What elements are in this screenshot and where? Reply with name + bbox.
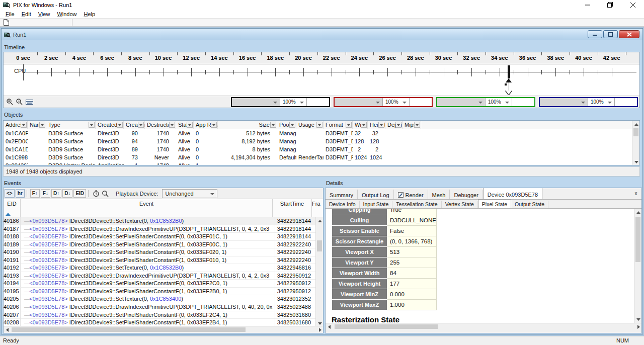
object-link[interactable]: <0x093D5E78> xyxy=(29,312,67,318)
object-link[interactable]: <0x093D5E78> xyxy=(29,288,67,294)
subtab-device-info[interactable]: Device Info xyxy=(326,201,360,208)
details-hscroll-thumb[interactable] xyxy=(335,324,438,329)
scroll-left-icon[interactable] xyxy=(328,325,331,329)
event-row[interactable]: 40207––<0x093D5E78> IDirect3DDevice9::Se… xyxy=(4,311,323,319)
tab-render[interactable]: Render xyxy=(394,190,428,199)
object-link[interactable]: <0x093D5E78> xyxy=(29,218,67,224)
child-minimize-button[interactable] xyxy=(588,30,602,38)
track-select[interactable] xyxy=(232,98,280,106)
objects-col-created-by[interactable]: Created By xyxy=(96,121,124,129)
events-col-event[interactable]: Event xyxy=(21,199,273,217)
events-toolbar-button-4[interactable]: F↓ xyxy=(41,189,50,198)
object-link[interactable]: <0x093D5E78> xyxy=(29,319,67,325)
object-link[interactable]: <0x093D5E78> xyxy=(29,280,67,286)
objects-col-width[interactable]: Width xyxy=(353,121,368,129)
table-row[interactable]: 0x1CA1D5C0D3D9 SurfaceDirect3D891740Aliv… xyxy=(4,145,639,153)
event-row[interactable]: 40187––<0x093D5E78> IDirect3DDevice9::Dr… xyxy=(4,225,323,233)
table-row[interactable]: 0x09426790D3D9 Vertex DeclarationApplica… xyxy=(4,161,639,165)
fit-timeline-icon[interactable] xyxy=(26,99,33,105)
tab-device-0x093d5e78[interactable]: Device 0x093D5E78 xyxy=(483,188,542,199)
events-hscroll-thumb[interactable] xyxy=(12,327,246,332)
zoom-percent-select[interactable]: 100% xyxy=(383,98,410,106)
timeline-chart[interactable]: CPU xyxy=(4,64,639,96)
scroll-down-icon[interactable] xyxy=(636,318,640,321)
zoom-percent-select[interactable]: 100% xyxy=(280,98,307,106)
events-vscrollbar[interactable] xyxy=(315,217,323,327)
object-link[interactable]: <0x093D5E78> xyxy=(29,304,67,310)
column-filter-dropdown-icon[interactable] xyxy=(89,122,95,128)
events-hscrollbar[interactable] xyxy=(4,326,324,333)
zoom-percent-select[interactable]: 100% xyxy=(486,98,512,106)
details-vscrollbar[interactable] xyxy=(634,209,641,323)
new-document-icon[interactable] xyxy=(4,19,9,26)
objects-col-pool[interactable]: Pool xyxy=(277,121,296,129)
event-row[interactable]: 40188––<0x093D5E78> IDirect3DDevice9::Se… xyxy=(4,233,323,241)
close-button[interactable] xyxy=(621,0,644,10)
timeline-ruler[interactable]: 0 sec2 sec4 sec6 sec8 sec10 sec12 sec14 … xyxy=(4,52,639,64)
object-link[interactable]: <0x093D5E78> xyxy=(29,226,67,232)
details-hscrollbar[interactable] xyxy=(326,323,642,330)
events-col-starttime[interactable]: StartTime xyxy=(273,199,312,217)
events-col-eid[interactable]: EID xyxy=(4,199,21,217)
object-link[interactable]: <0x093D5E78> xyxy=(29,257,67,263)
objects-col-status[interactable]: Status xyxy=(176,121,194,129)
column-filter-dropdown-icon[interactable] xyxy=(187,122,193,128)
details-close-tab-button[interactable]: x xyxy=(632,190,639,197)
state-value[interactable]: True xyxy=(387,209,437,215)
event-row[interactable]: 40191––<0x093D5E78> IDirect3DDevice9::Se… xyxy=(4,256,323,265)
state-value[interactable]: 255 xyxy=(387,257,437,268)
table-row[interactable]: 0x1CA0FAF0D3D9 SurfaceDirect3D901740Aliv… xyxy=(4,129,639,137)
objects-col-type[interactable]: Type xyxy=(46,121,96,129)
track-select[interactable] xyxy=(540,98,588,106)
object-link[interactable]: <0x093D5E78> xyxy=(29,273,67,279)
playback-device-select[interactable]: Unchanged xyxy=(162,189,217,198)
tab-debugger[interactable]: Debugger xyxy=(450,190,482,199)
table-row[interactable]: 0x1C998838D3D9 SurfaceDirect3D73NeverAli… xyxy=(4,153,639,161)
subtab-vertex-state[interactable]: Vertex State xyxy=(442,201,478,208)
objects-col-destruction[interactable]: Destruction xyxy=(145,121,176,129)
objects-vscroll-thumb[interactable] xyxy=(633,128,638,136)
scroll-up-icon[interactable] xyxy=(636,211,640,214)
object-link[interactable]: <0x093D5E78> xyxy=(29,265,67,271)
scroll-left-icon[interactable] xyxy=(6,328,9,332)
object-link[interactable]: 0x1C8532B0 xyxy=(150,218,182,224)
state-value[interactable]: (0, 0, 1366, 768) xyxy=(387,236,437,247)
child-close-button[interactable] xyxy=(619,30,639,38)
menu-item-file[interactable]: File xyxy=(2,11,18,18)
column-filter-dropdown-icon[interactable] xyxy=(316,122,323,128)
marker-down-arrow-icon[interactable] xyxy=(506,91,512,95)
column-filter-dropdown-icon[interactable] xyxy=(395,122,401,128)
object-link[interactable]: 0x1C8532B0 xyxy=(150,265,182,271)
subtab-output-state[interactable]: Output State xyxy=(511,201,548,208)
track-select[interactable] xyxy=(437,98,486,106)
event-row[interactable]: 40195––<0x093D5E78> IDirect3DDevice9::Se… xyxy=(4,288,323,296)
event-row[interactable]: 40192––<0x093D5E78> IDirect3DDevice9::Se… xyxy=(4,264,323,272)
state-value[interactable]: 1.000 xyxy=(387,300,437,310)
event-row[interactable]: 40193––<0x093D5E78> IDirect3DDevice9::Dr… xyxy=(4,272,323,280)
menu-item-edit[interactable]: Edit xyxy=(18,11,35,18)
objects-vscrollbar[interactable] xyxy=(632,121,639,165)
state-value[interactable]: D3DCULL_NONE xyxy=(387,215,437,226)
objects-col-depth[interactable]: Depth xyxy=(385,121,403,129)
column-filter-dropdown-icon[interactable] xyxy=(138,122,144,128)
find-icon[interactable] xyxy=(102,190,109,197)
object-link[interactable]: <0x093D5E78> xyxy=(29,249,67,255)
column-filter-dropdown-icon[interactable] xyxy=(361,122,367,128)
state-value[interactable]: 84 xyxy=(387,268,437,279)
objects-col-app-refs[interactable]: App Refs xyxy=(194,121,218,129)
column-filter-dropdown-icon[interactable] xyxy=(378,122,384,128)
track-select[interactable] xyxy=(335,98,383,106)
events-toolbar-button-1[interactable]: <> xyxy=(5,189,15,198)
events-vscroll-thumb[interactable] xyxy=(317,240,322,251)
scroll-right-icon[interactable] xyxy=(637,325,640,329)
menu-item-view[interactable]: View xyxy=(35,11,54,18)
state-value[interactable]: 0.000 xyxy=(387,289,437,300)
events-toolbar-button-5[interactable]: D↑ xyxy=(51,189,61,198)
frame-time-icon[interactable] xyxy=(93,190,100,197)
zoom-percent-select[interactable]: 100% xyxy=(588,98,615,106)
scroll-down-icon[interactable] xyxy=(318,322,322,325)
timeline-position-marker[interactable] xyxy=(508,65,510,78)
column-filter-dropdown-icon[interactable] xyxy=(289,122,295,128)
state-value[interactable]: 513 xyxy=(387,247,437,257)
column-filter-dropdown-icon[interactable] xyxy=(169,122,175,128)
